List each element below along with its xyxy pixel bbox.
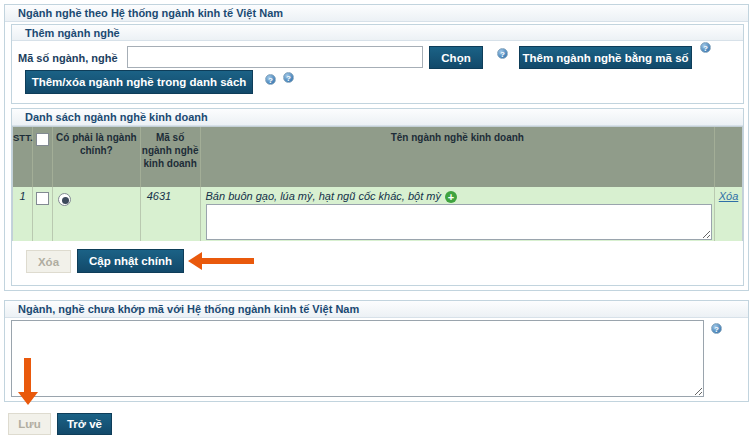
add-by-code-button[interactable]: Thêm ngành nghề bằng mã số xyxy=(519,46,692,69)
industry-table: STT. Có phải là ngành chính? Mã số ngành… xyxy=(12,126,743,241)
unmatched-industry-panel: Ngành, nghề chưa khớp mã với Hệ thống ng… xyxy=(4,300,749,402)
industry-code-label: Mã số ngành, nghề xyxy=(18,52,118,64)
unmatched-industry-panel-title: Ngành, nghề chưa khớp mã với Hệ thống ng… xyxy=(5,301,748,318)
industry-table-header-row: STT. Có phải là ngành chính? Mã số ngành… xyxy=(13,127,742,187)
back-button[interactable]: Trở về xyxy=(57,413,112,435)
annotation-arrow-left-icon xyxy=(188,252,254,270)
annotation-arrow-down-icon xyxy=(18,358,38,406)
help-icon[interactable]: ? xyxy=(700,42,711,53)
industry-system-panel: Ngành nghề theo Hệ thống ngành kinh tế V… xyxy=(4,4,749,291)
row-detail-textarea[interactable] xyxy=(206,204,712,240)
save-button[interactable]: Lưu xyxy=(8,413,51,435)
row-stt: 1 xyxy=(13,187,33,241)
row-select-cell xyxy=(33,187,53,241)
column-header-actions xyxy=(715,127,742,187)
row-main-cell xyxy=(53,187,141,241)
arrow-head xyxy=(188,252,202,270)
delete-selected-button[interactable]: Xóa xyxy=(26,250,71,273)
column-header-main-industry: Có phải là ngành chính? xyxy=(53,127,141,187)
main-industry-radio[interactable] xyxy=(58,193,71,206)
row-name-cell: Bán buôn gạo, lúa mỳ, hạt ngũ cốc khác, … xyxy=(201,187,716,241)
help-icon[interactable]: ? xyxy=(283,72,294,83)
help-icon[interactable]: ? xyxy=(265,74,276,85)
help-icon[interactable]: ? xyxy=(711,323,722,334)
industry-list-panel-title: Danh sách ngành nghề kinh doanh xyxy=(12,109,743,126)
industry-list-panel: Danh sách ngành nghề kinh doanh STT. Có … xyxy=(11,108,744,286)
industry-table-row: 1 4631 Bán buôn gạo, lúa mỳ, hạt ngũ cốc… xyxy=(13,187,742,241)
column-header-name: Tên ngành nghề kinh doanh xyxy=(201,127,716,187)
help-icon[interactable]: ? xyxy=(497,48,508,59)
page: Ngành nghề theo Hệ thống ngành kinh tế V… xyxy=(0,0,755,440)
row-delete-link[interactable]: Xóa xyxy=(719,190,739,202)
update-main-industry-button[interactable]: Cập nhật chính xyxy=(77,249,184,273)
add-industry-panel-title: Thêm ngành nghề xyxy=(12,25,743,41)
arrow-head xyxy=(18,392,38,405)
column-header-code: Mã số ngành nghề kinh doanh xyxy=(141,127,201,187)
industry-code-input[interactable] xyxy=(127,46,423,68)
column-header-select xyxy=(33,127,53,187)
industry-system-panel-title: Ngành nghề theo Hệ thống ngành kinh tế V… xyxy=(5,5,748,22)
arrow-shaft xyxy=(24,358,31,392)
add-remove-in-list-button[interactable]: Thêm/xóa ngành nghề trong danh sách xyxy=(25,70,253,94)
arrow-shaft xyxy=(201,258,254,264)
row-actions-cell: Xóa xyxy=(715,187,742,241)
add-industry-panel: Thêm ngành nghề Mã số ngành, nghề Chọn ?… xyxy=(11,24,744,104)
select-all-checkbox[interactable] xyxy=(36,133,49,146)
row-code: 4631 xyxy=(141,187,201,241)
unmatched-industry-textarea[interactable] xyxy=(11,320,704,397)
choose-button[interactable]: Chọn xyxy=(429,46,483,69)
add-detail-icon[interactable]: + xyxy=(445,191,457,203)
column-header-stt: STT. xyxy=(13,127,33,187)
row-industry-name: Bán buôn gạo, lúa mỳ, hạt ngũ cốc khác, … xyxy=(206,190,441,202)
row-select-checkbox[interactable] xyxy=(36,192,49,205)
